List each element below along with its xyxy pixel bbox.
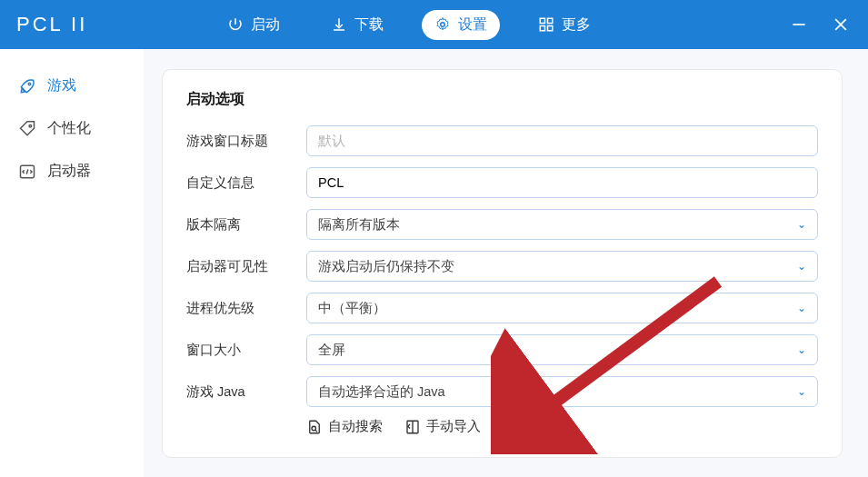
card-title: 启动选项 [186, 90, 818, 109]
sidebar-item-personalize[interactable]: 个性化 [0, 112, 144, 145]
sidebar-item-game[interactable]: 游戏 [0, 69, 144, 103]
row-custom-info: 自定义信息 [186, 167, 818, 198]
power-icon [227, 16, 244, 33]
select-launcher-visibility[interactable]: 游戏启动后仍保持不变 ⌄ [306, 251, 818, 282]
main-content: 启动选项 游戏窗口标题 自定义信息 版本隔离 隔离所有版本 ⌄ [144, 49, 868, 477]
chevron-down-icon: ⌄ [797, 385, 806, 398]
gear-icon [434, 16, 451, 33]
select-game-java[interactable]: 自动选择合适的 Java ⌄ [306, 376, 818, 407]
code-icon [18, 163, 36, 181]
svg-point-11 [312, 426, 316, 431]
sidebar-item-label: 游戏 [47, 76, 76, 95]
svg-rect-4 [548, 26, 553, 31]
sidebar: 游戏 个性化 启动器 [0, 49, 144, 477]
download-icon [331, 16, 347, 33]
row-window-title: 游戏窗口标题 [186, 125, 818, 156]
sidebar-item-label: 个性化 [47, 119, 91, 138]
nav-more-label: 更多 [562, 15, 591, 35]
nav-launch-label: 启动 [251, 15, 280, 35]
chevron-down-icon: ⌄ [797, 218, 806, 231]
label-custom-info: 自定义信息 [186, 174, 306, 192]
nav-settings[interactable]: 设置 [422, 10, 500, 40]
titlebar: PCL II 启动 下载 设置 更多 [0, 0, 868, 49]
rocket-icon [18, 77, 36, 95]
chevron-down-icon: ⌄ [797, 302, 806, 314]
body: 游戏 个性化 启动器 启动选项 游戏窗口标题 自定义信息 [0, 49, 868, 477]
close-button[interactable] [830, 14, 852, 35]
window-title-field[interactable] [318, 126, 806, 155]
select-value: 全屏 [318, 342, 345, 359]
input-custom-info[interactable] [306, 167, 818, 198]
label-version-isolation: 版本隔离 [186, 216, 306, 234]
nav-download-label: 下载 [354, 15, 384, 35]
label-launcher-visibility: 启动器可见性 [186, 258, 306, 275]
svg-point-0 [441, 23, 445, 27]
tag-icon [18, 120, 36, 138]
svg-rect-1 [541, 18, 545, 23]
nav-download[interactable]: 下载 [318, 10, 396, 40]
svg-point-9 [29, 124, 32, 127]
label-process-priority: 进程优先级 [186, 300, 306, 317]
import-icon [404, 419, 421, 435]
row-game-java: 游戏 Java 自动选择合适的 Java ⌄ [186, 376, 818, 407]
label-window-size: 窗口大小 [186, 342, 306, 359]
nav-settings-label: 设置 [458, 15, 487, 35]
chevron-down-icon: ⌄ [797, 260, 806, 273]
row-version-isolation: 版本隔离 隔离所有版本 ⌄ [186, 209, 818, 240]
window-controls [788, 14, 852, 35]
nav-more[interactable]: 更多 [525, 10, 604, 40]
input-window-title[interactable] [306, 125, 818, 156]
top-nav: 启动 下载 设置 更多 [215, 10, 604, 40]
chevron-down-icon: ⌄ [797, 343, 806, 356]
sidebar-item-launcher[interactable]: 启动器 [0, 154, 144, 188]
label-game-java: 游戏 Java [186, 383, 306, 401]
label-window-title: 游戏窗口标题 [186, 133, 306, 150]
file-search-icon [306, 419, 323, 435]
svg-rect-2 [548, 18, 553, 23]
select-value: 中（平衡） [318, 300, 386, 317]
svg-point-8 [28, 83, 31, 85]
auto-search-button[interactable]: 自动搜索 [306, 418, 383, 435]
app-title: PCL II [16, 13, 87, 36]
row-launcher-visibility: 启动器可见性 游戏启动后仍保持不变 ⌄ [186, 251, 818, 282]
row-process-priority: 进程优先级 中（平衡） ⌄ [186, 293, 818, 323]
select-process-priority[interactable]: 中（平衡） ⌄ [306, 293, 818, 323]
java-actions: 自动搜索 手动导入 [306, 418, 818, 435]
select-version-isolation[interactable]: 隔离所有版本 ⌄ [306, 209, 818, 240]
select-value: 隔离所有版本 [318, 216, 400, 234]
select-value: 游戏启动后仍保持不变 [318, 258, 454, 275]
manual-import-label: 手动导入 [426, 418, 481, 435]
launch-options-card: 启动选项 游戏窗口标题 自定义信息 版本隔离 隔离所有版本 ⌄ [162, 69, 843, 458]
auto-search-label: 自动搜索 [328, 418, 383, 435]
manual-import-button[interactable]: 手动导入 [404, 418, 481, 435]
select-value: 自动选择合适的 Java [318, 383, 445, 401]
row-window-size: 窗口大小 全屏 ⌄ [186, 334, 818, 365]
sidebar-item-label: 启动器 [47, 162, 91, 181]
nav-launch[interactable]: 启动 [215, 10, 293, 40]
select-window-size[interactable]: 全屏 ⌄ [306, 334, 818, 365]
custom-info-field[interactable] [318, 168, 806, 197]
grid-icon [538, 16, 554, 33]
minimize-button[interactable] [788, 14, 810, 35]
svg-rect-3 [541, 26, 545, 31]
